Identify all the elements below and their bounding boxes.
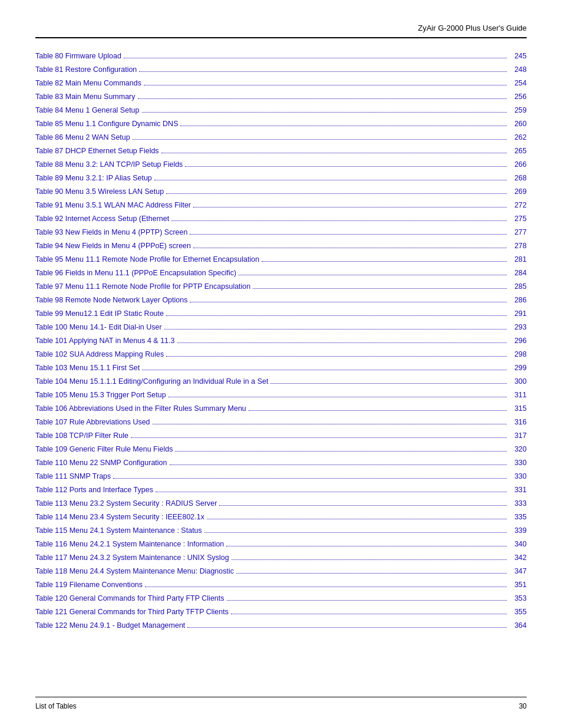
toc-page-number: 351 [509, 579, 527, 591]
toc-link[interactable]: Table 89 Menu 3.2.1: IP Alias Setup [35, 172, 152, 184]
toc-item: Table 104 Menu 15.1.1.1 Editing/Configur… [35, 375, 527, 387]
toc-dots [144, 85, 507, 85]
toc-link[interactable]: Table 98 Remote Node Network Layer Optio… [35, 294, 187, 306]
toc-item: Table 118 Menu 24.4 System Maintenance M… [35, 565, 527, 577]
toc-dots [193, 248, 507, 248]
toc-link[interactable]: Table 94 New Fields in Menu 4 (PPPoE) sc… [35, 240, 191, 252]
toc-link[interactable]: Table 82 Main Menu Commands [35, 77, 141, 89]
toc-link[interactable]: Table 90 Menu 3.5 Wireless LAN Setup [35, 186, 164, 197]
toc-item: Table 92 Internet Access Setup (Ethernet… [35, 213, 527, 225]
toc-link[interactable]: Table 107 Rule Abbreviations Used [35, 416, 150, 428]
toc-link[interactable]: Table 95 Menu 11.1 Remote Node Profile f… [35, 253, 259, 265]
footer-section-label: List of Tables [35, 702, 77, 710]
toc-page-number: 330 [509, 457, 527, 469]
toc-link[interactable]: Table 97 Menu 11.1 Remote Node Profile f… [35, 281, 250, 292]
toc-item: Table 86 Menu 2 WAN Setup262 [35, 131, 527, 143]
toc-link[interactable]: Table 105 Menu 15.3 Trigger Port Setup [35, 389, 166, 401]
toc-link[interactable]: Table 104 Menu 15.1.1.1 Editing/Configur… [35, 375, 268, 387]
toc-item: Table 106 Abbreviations Used in the Filt… [35, 403, 527, 414]
toc-link[interactable]: Table 121 General Commands for Third Par… [35, 606, 229, 618]
toc-link[interactable]: Table 86 Menu 2 WAN Setup [35, 131, 130, 143]
toc-link[interactable]: Table 122 Menu 24.9.1 - Budget Managemen… [35, 620, 185, 631]
toc-dots [204, 532, 507, 533]
toc-link[interactable]: Table 91 Menu 3.5.1 WLAN MAC Address Fil… [35, 199, 191, 211]
toc-item: Table 108 TCP/IP Filter Rule317 [35, 430, 527, 442]
toc-dots [180, 126, 507, 126]
toc-item: Table 91 Menu 3.5.1 WLAN MAC Address Fil… [35, 199, 527, 211]
toc-page-number: 262 [509, 131, 527, 143]
toc-dots [166, 193, 507, 194]
toc-item: Table 121 General Commands for Third Par… [35, 606, 527, 618]
toc-page-number: 269 [509, 186, 527, 197]
toc-link[interactable]: Table 112 Ports and Interface Types [35, 484, 153, 496]
toc-item: Table 105 Menu 15.3 Trigger Port Setup31… [35, 389, 527, 401]
toc-page-number: 339 [509, 525, 527, 536]
toc-link[interactable]: Table 106 Abbreviations Used in the Filt… [35, 403, 246, 414]
toc-item: Table 94 New Fields in Menu 4 (PPPoE) sc… [35, 240, 527, 252]
toc-item: Table 96 Fields in Menu 11.1 (PPPoE Enca… [35, 267, 527, 279]
toc-page-number: 268 [509, 172, 527, 184]
toc-link[interactable]: Table 102 SUA Address Mapping Rules [35, 348, 164, 360]
toc-page-number: 284 [509, 267, 527, 279]
toc-link[interactable]: Table 109 Generic Filter Rule Menu Field… [35, 443, 173, 455]
toc-item: Table 107 Rule Abbreviations Used316 [35, 416, 527, 428]
toc-link[interactable]: Table 116 Menu 24.2.1 System Maintenance… [35, 538, 224, 550]
toc-link[interactable]: Table 111 SNMP Traps [35, 470, 111, 482]
page-header: ZyAir G-2000 Plus User's Guide [35, 24, 527, 38]
page: ZyAir G-2000 Plus User's Guide Table 80 … [0, 0, 562, 728]
toc-dots [236, 573, 507, 574]
toc-item: Table 122 Menu 24.9.1 - Budget Managemen… [35, 620, 527, 631]
toc-dots [239, 275, 507, 275]
toc-page-number: 259 [509, 104, 527, 116]
toc-link[interactable]: Table 115 Menu 24.1 System Maintenance :… [35, 525, 202, 536]
toc-dots [142, 112, 507, 113]
toc-dots [131, 437, 507, 438]
toc-dots [168, 397, 507, 397]
toc-page-number: 311 [509, 389, 527, 401]
toc-item: Table 120 General Commands for Third Par… [35, 592, 527, 604]
toc-dots [142, 370, 507, 370]
toc-item: Table 100 Menu 14.1- Edit Dial-in User29… [35, 321, 527, 333]
toc-item: Table 81 Restore Configuration248 [35, 64, 527, 75]
toc-link[interactable]: Table 93 New Fields in Menu 4 (PPTP) Scr… [35, 226, 187, 238]
toc-link[interactable]: Table 88 Menu 3.2: LAN TCP/IP Setup Fiel… [35, 159, 183, 170]
toc-link[interactable]: Table 108 TCP/IP Filter Rule [35, 430, 128, 442]
toc-item: Table 90 Menu 3.5 Wireless LAN Setup269 [35, 186, 527, 197]
toc-page-number: 355 [509, 606, 527, 618]
toc-dots [171, 220, 507, 221]
toc-link[interactable]: Table 117 Menu 24.3.2 System Maintenance… [35, 552, 229, 564]
toc-link[interactable]: Table 80 Firmware Upload [35, 50, 121, 62]
toc-item: Table 111 SNMP Traps330 [35, 470, 527, 482]
toc-dots [175, 451, 507, 452]
toc-dots [207, 519, 507, 519]
toc-item: Table 113 Menu 23.2 System Security : RA… [35, 498, 527, 509]
toc-link[interactable]: Table 81 Restore Configuration [35, 64, 137, 75]
toc-link[interactable]: Table 96 Fields in Menu 11.1 (PPPoE Enca… [35, 267, 236, 279]
header-title: ZyAir G-2000 Plus User's Guide [418, 24, 527, 32]
toc-item: Table 110 Menu 22 SNMP Configuration330 [35, 457, 527, 469]
toc-item: Table 114 Menu 23.4 System Security : IE… [35, 511, 527, 523]
toc-link[interactable]: Table 113 Menu 23.2 System Security : RA… [35, 498, 217, 509]
toc-link[interactable]: Table 110 Menu 22 SNMP Configuration [35, 457, 167, 469]
toc-link[interactable]: Table 92 Internet Access Setup (Ethernet [35, 213, 169, 225]
toc-link[interactable]: Table 101 Applying NAT in Menus 4 & 11.3 [35, 335, 175, 347]
toc-link[interactable]: Table 87 DHCP Ethernet Setup Fields [35, 145, 159, 157]
toc-link[interactable]: Table 85 Menu 1.1 Configure Dynamic DNS [35, 118, 178, 130]
toc-link[interactable]: Table 83 Main Menu Summary [35, 91, 135, 103]
toc-link[interactable]: Table 118 Menu 24.4 System Maintenance M… [35, 565, 234, 577]
toc-link[interactable]: Table 99 Menu12.1 Edit IP Static Route [35, 308, 164, 319]
toc-page-number: 333 [509, 498, 527, 509]
toc-item: Table 95 Menu 11.1 Remote Node Profile f… [35, 253, 527, 265]
toc-link[interactable]: Table 84 Menu 1 General Setup [35, 104, 140, 116]
toc-page-number: 275 [509, 213, 527, 225]
toc-dots [190, 302, 507, 302]
toc-link[interactable]: Table 119 Filename Conventions [35, 579, 143, 591]
toc-link[interactable]: Table 114 Menu 23.4 System Security : IE… [35, 511, 204, 523]
toc-link[interactable]: Table 120 General Commands for Third Par… [35, 592, 224, 604]
toc-link[interactable]: Table 103 Menu 15.1.1 First Set [35, 362, 140, 374]
toc-item: Table 87 DHCP Ethernet Setup Fields265 [35, 145, 527, 157]
toc-link[interactable]: Table 100 Menu 14.1- Edit Dial-in User [35, 321, 162, 333]
toc-item: Table 116 Menu 24.2.1 System Maintenance… [35, 538, 527, 550]
toc-item: Table 88 Menu 3.2: LAN TCP/IP Setup Fiel… [35, 159, 527, 170]
toc-item: Table 98 Remote Node Network Layer Optio… [35, 294, 527, 306]
